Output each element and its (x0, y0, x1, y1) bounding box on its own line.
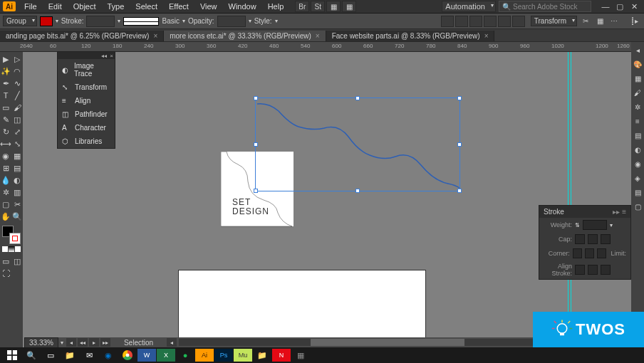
menu-effect[interactable]: Effect (163, 1, 194, 12)
selection-handle[interactable] (355, 189, 360, 193)
stroke-panel-header[interactable]: Stroke ▸▸≡ (539, 206, 630, 218)
selection-handle[interactable] (457, 142, 462, 147)
free-transform-tool[interactable]: ⤡ (11, 138, 23, 149)
magic-wand-tool[interactable]: ✨ (0, 65, 11, 77)
align-stroke-center[interactable] (575, 265, 585, 275)
symbol-sprayer-tool[interactable]: ✲ (0, 186, 11, 198)
selection-handle[interactable] (254, 189, 258, 193)
task-muse-icon[interactable]: Mu (234, 349, 252, 362)
panel-item-libraries[interactable]: ⬡Libraries (58, 135, 115, 148)
task-app2-icon[interactable]: ▦ (291, 349, 310, 362)
graphic-styles-icon[interactable]: ◈ (633, 173, 643, 183)
stroke-panel[interactable]: Stroke ▸▸≡ Weight: ⇅ ▾ Cap: Corner: Limi… (539, 205, 631, 280)
shape-builder-tool[interactable]: ◉ (0, 150, 11, 162)
align-hcenter-icon[interactable] (455, 16, 468, 27)
task-illustrator-icon[interactable]: Ai (195, 349, 214, 362)
lasso-tool[interactable]: ◠ (11, 65, 23, 77)
minimize-button[interactable]: — (598, 1, 613, 12)
menu-file[interactable]: File (19, 1, 43, 12)
stroke-color[interactable] (9, 233, 21, 244)
selection-handle[interactable] (355, 96, 360, 100)
artboard-next-button[interactable]: ▸ (89, 338, 99, 347)
menu-help[interactable]: Help (262, 1, 290, 12)
appearance-panel-icon[interactable]: ◉ (633, 159, 643, 169)
line-tool[interactable]: ╱ (11, 90, 23, 101)
panel-item-character[interactable]: ACharacter (58, 121, 115, 135)
panel-item-transform[interactable]: ⤡Transform (58, 80, 115, 94)
color-mode-none[interactable] (15, 246, 21, 252)
artboard-prev-button[interactable]: ◂ (66, 338, 76, 347)
menu-type[interactable]: Type (102, 1, 130, 12)
floating-panel[interactable]: ◂◂ × ◐Image Trace ⤡Transform ≡Align ◫Pat… (57, 51, 115, 149)
prefs-icon[interactable]: ┋▸ (627, 17, 641, 25)
paintbrush-tool[interactable]: 🖌 (11, 102, 23, 113)
task-excel-icon[interactable]: X (157, 349, 175, 362)
swatches-panel-icon[interactable]: ▦ (633, 73, 643, 83)
rectangle-tool[interactable]: ▭ (0, 102, 11, 113)
menu-edit[interactable]: Edit (43, 1, 68, 12)
task-mail-icon[interactable]: ✉ (80, 349, 98, 362)
align-stroke-inside[interactable] (588, 265, 598, 275)
cap-butt-button[interactable] (575, 234, 585, 244)
corner-miter-button[interactable] (573, 248, 582, 258)
selected-wavy-path[interactable] (256, 98, 461, 192)
draw-mode-normal[interactable]: ▭ (0, 256, 11, 267)
symbols-panel-icon[interactable]: ✲ (633, 102, 643, 112)
panel-item-align[interactable]: ≡Align (58, 94, 115, 107)
selection-tool[interactable]: ▶ (0, 53, 11, 65)
task-spotify-icon[interactable]: ● (176, 349, 194, 362)
direct-selection-tool[interactable]: ▷ (11, 53, 23, 65)
panel-header[interactable]: ◂◂ × (58, 52, 115, 59)
close-icon[interactable]: × (153, 32, 157, 40)
panel-close-icon[interactable]: × (110, 53, 113, 59)
task-folder-icon[interactable]: 📁 (253, 349, 271, 362)
stroke-preview[interactable] (123, 17, 159, 26)
weight-stepper-icon[interactable]: ⇅ (575, 222, 580, 228)
draw-mode-behind[interactable]: ◫ (11, 256, 23, 267)
start-button[interactable] (3, 349, 21, 362)
artboard-tool[interactable]: ▢ (0, 199, 11, 210)
slice-tool[interactable]: ✂ (11, 199, 23, 210)
mesh-tool[interactable]: ⊞ (0, 162, 11, 174)
selection-handle[interactable] (457, 96, 462, 100)
weight-dropdown-icon[interactable]: ▾ (610, 222, 613, 228)
blend-tool[interactable]: ◐ (11, 174, 23, 186)
panel-item-image-trace[interactable]: ◐Image Trace (58, 59, 115, 80)
zoom-level[interactable]: 33.33% (24, 337, 58, 348)
eraser-tool[interactable]: ◫ (11, 114, 23, 125)
rotate-tool[interactable]: ↻ (0, 126, 11, 137)
brushes-panel-icon[interactable]: 🖌 (633, 88, 643, 98)
task-explorer-icon[interactable]: 📁 (61, 349, 79, 362)
align-left-icon[interactable] (441, 16, 454, 27)
task-outlook-icon[interactable]: ◉ (99, 349, 118, 362)
shaper-tool[interactable]: ✎ (0, 114, 11, 125)
corner-round-button[interactable] (585, 248, 594, 258)
selection-type-dropdown[interactable]: Group (3, 16, 37, 26)
maximize-button[interactable]: ▢ (613, 1, 627, 12)
perspective-tool[interactable]: ▦ (11, 150, 23, 162)
scrollbar-thumb[interactable] (311, 339, 464, 346)
artboards-panel-icon[interactable]: ▢ (633, 201, 643, 211)
style-caret[interactable]: ▾ (275, 18, 278, 24)
extra-icon[interactable]: ⋯ (608, 17, 620, 25)
arrange2-icon[interactable]: ▦ (342, 1, 356, 12)
screen-mode[interactable]: ⛶ (0, 268, 11, 279)
align-right-icon[interactable] (469, 16, 482, 27)
color-panel-icon[interactable]: 🎨 (633, 59, 643, 69)
opacity-input[interactable] (217, 16, 246, 27)
menu-object[interactable]: Object (68, 1, 102, 12)
cap-projecting-button[interactable] (601, 234, 611, 244)
mask-icon[interactable]: ▦ (594, 17, 606, 25)
task-search-icon[interactable]: 🔍 (22, 349, 41, 362)
arrange-icon[interactable]: ▦ (326, 1, 341, 12)
pen-tool[interactable]: ✒ (0, 78, 11, 89)
column-graph-tool[interactable]: ▥ (11, 186, 23, 198)
isolate-icon[interactable]: ✂ (580, 17, 591, 25)
selection-handle[interactable] (254, 142, 258, 147)
task-app-icon[interactable]: N (272, 349, 291, 362)
type-tool[interactable]: T (0, 90, 11, 101)
automation-dropdown[interactable]: Automation (442, 1, 496, 12)
brush-caret[interactable]: ▾ (182, 18, 185, 24)
align-stroke-outside[interactable] (601, 265, 611, 275)
close-icon[interactable]: × (484, 32, 489, 40)
